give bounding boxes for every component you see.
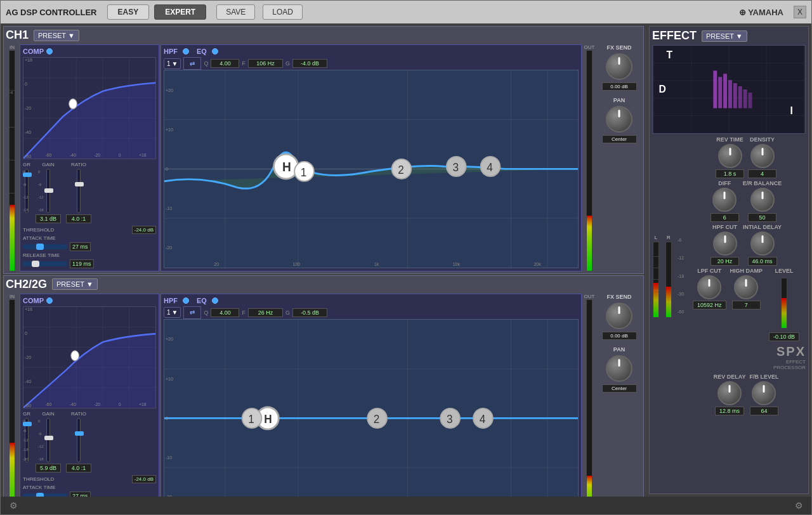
svg-text:4: 4 [480, 413, 486, 426]
ch2-ratio-group: RATIO 4.0 :1 [66, 411, 91, 473]
svg-text:I: I [790, 105, 793, 116]
effect-er-balance-label: E/R BALANCE [743, 180, 782, 186]
ch2-gr-thumb [23, 422, 32, 426]
ch1-out-fill [587, 216, 592, 271]
ch2-q-label: Q [204, 310, 208, 316]
ch2-hpf-power[interactable] [183, 297, 189, 304]
ch2-gr-label: GR [23, 411, 30, 417]
ch1-hpf-power[interactable] [183, 48, 189, 55]
ch1-release-thumb [32, 261, 39, 267]
ch1-preset-dropdown[interactable]: PRESET ▼ [34, 30, 79, 41]
ch2-comp-y-scale: +180-20-40-60 [25, 307, 32, 408]
ch2-preset-dropdown[interactable]: PRESET ▼ [52, 278, 98, 290]
ch2-comp-power[interactable] [46, 297, 53, 304]
ch1-eq-power[interactable] [212, 48, 218, 55]
ch2-eq-band[interactable]: 1 ▼ [164, 307, 181, 318]
tab-easy[interactable]: EASY [107, 4, 150, 20]
effect-rev-delay-knob[interactable] [717, 381, 742, 405]
ch2-eq-graph: H 1 2 3 4 [164, 319, 579, 497]
ch2-attack-release: ATTACK TIME 27 ms R [23, 485, 156, 497]
effect-er-balance-knob[interactable] [750, 188, 775, 212]
effect-preset-dropdown[interactable]: PRESET ▼ [702, 30, 747, 42]
ch2-gr-slider[interactable]: 0-6-12-18-30 [25, 418, 29, 462]
right-panel: EFFECT PRESET ▼ [646, 23, 811, 497]
effect-high-damp-param: HIGH DAMP 7 [730, 268, 763, 310]
effect-initial-delay-param: INTIAL DELAY 46.0 ms [743, 224, 782, 266]
effect-initial-delay-knob[interactable] [750, 231, 775, 256]
effect-diff-knob[interactable] [712, 188, 737, 212]
ch1-pan-knob[interactable] [606, 106, 632, 133]
ch1-in-meter: IN -6 [6, 44, 18, 271]
ch1-gr-slider[interactable]: 0-6-12-18 [25, 169, 29, 213]
effect-density-value: 4 [748, 169, 776, 178]
ch1-attack-slider[interactable] [23, 244, 67, 249]
effect-hpf-cut-knob[interactable] [713, 231, 737, 256]
ch1-eq-graph: H 1 2 3 4 [164, 70, 579, 268]
svg-text:T: T [666, 49, 672, 60]
ch1-gain-slider[interactable]: 0-6-12-18 [46, 169, 50, 213]
ch1-comp-graph: +180-20-40-60 -60-40-200+18 [23, 57, 156, 159]
app-title: AG DSP CONTROLLER [6, 8, 97, 17]
ch2-fx-send-knob[interactable] [606, 303, 632, 329]
ch1-release-slider[interactable] [23, 261, 67, 266]
ch1-comp-power[interactable] [46, 48, 53, 55]
effect-density-knob[interactable] [750, 144, 775, 168]
ch2-comp-x-scale: -60-40-200+18 [36, 402, 155, 407]
ch2-ratio-slider[interactable] [77, 418, 81, 462]
ch1-f-value[interactable]: 106 Hz [248, 59, 283, 68]
ch2-eq-phase-btn[interactable]: ⇄ [183, 306, 201, 319]
effect-lr-scale: -6-12-18-30-60 [678, 238, 684, 314]
load-button[interactable]: LOAD [263, 4, 303, 20]
svg-point-8 [69, 99, 77, 109]
bottom-right-icon[interactable]: ⚙ [791, 498, 806, 513]
effect-high-damp-knob[interactable] [734, 275, 758, 299]
ch1-eq-band[interactable]: 1 ▼ [164, 58, 181, 69]
svg-point-35 [71, 351, 79, 361]
save-button[interactable]: SAVE [216, 4, 255, 20]
ch1-fx-send-knob[interactable] [606, 53, 632, 80]
effect-rev-time-label: REV TIME [716, 136, 743, 143]
ch2-eq-power[interactable] [212, 297, 218, 304]
close-button[interactable]: X [794, 6, 806, 18]
ch1-fx-send-label: FX SEND [606, 44, 631, 51]
ch1-eq-box: HPF EQ 1 ▼ ⇄ [160, 44, 582, 271]
ch2-out-label: OUT [584, 294, 595, 299]
ch1-in-fill [10, 205, 15, 271]
effect-header: EFFECT PRESET ▼ [652, 29, 806, 42]
effect-fb-level-knob[interactable] [752, 381, 776, 405]
svg-text:2: 2 [374, 413, 380, 426]
reverb-graph: T D I [652, 45, 806, 134]
ch1-q-value[interactable]: 4.00 [211, 59, 239, 68]
ch2-f-value[interactable]: 26 Hz [248, 308, 283, 317]
ch1-label: CH1 [6, 29, 29, 42]
ch2-q-value[interactable]: 4.00 [211, 308, 239, 317]
effect-lpf-cut-knob[interactable] [697, 275, 721, 299]
ch1-g-value[interactable]: -4.0 dB [292, 59, 327, 68]
ch2-ratio-thumb [75, 431, 84, 436]
svg-text:4: 4 [487, 161, 493, 174]
ch1-ratio-thumb [75, 182, 84, 186]
ch1-g-label: G [285, 60, 290, 67]
ch1-ratio-slider[interactable] [77, 169, 81, 213]
bottom-left-icon[interactable]: ⚙ [6, 498, 21, 513]
effect-diff-param: DIFF 6 [710, 180, 739, 222]
ch2-g-value[interactable]: -0.5 dB [292, 308, 327, 317]
ch2-gain-slider[interactable]: 0-6-12-18 [46, 418, 50, 462]
ch1-eq-phase-btn[interactable]: ⇄ [183, 57, 201, 70]
ch1-comp-label: COMP [23, 48, 44, 55]
effect-rev-time-knob[interactable] [718, 144, 742, 168]
effect-row1: L R [652, 136, 806, 415]
ch2-fx-send-label: FX SEND [606, 294, 631, 300]
ch2-pan-knob[interactable] [606, 355, 632, 382]
ch1-header: CH1 PRESET ▼ [6, 29, 641, 42]
ch1-threshold-value: -24.0 dB [132, 226, 156, 234]
effect-fb-level-value: 64 [750, 407, 778, 415]
effect-level-value: -0.10 dB [769, 332, 799, 341]
svg-text:3: 3 [452, 161, 459, 174]
ch1-comp-header: COMP [23, 48, 156, 55]
svg-rect-63 [718, 77, 722, 108]
tab-expert[interactable]: EXPERT [154, 4, 206, 20]
ch2-attack-slider[interactable] [23, 493, 67, 497]
ch1-comp-bottom: THRESHOLD -24.0 dB ATTACK TIME [23, 226, 156, 268]
ch1-attack-thumb [36, 244, 44, 250]
